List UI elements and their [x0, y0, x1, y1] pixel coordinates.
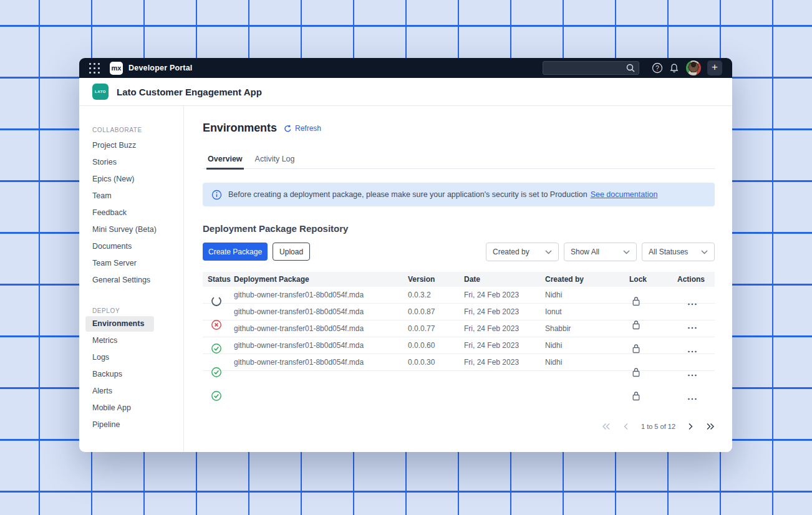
product-name: Developer Portal [128, 64, 193, 72]
app-icon[interactable]: LATO [92, 84, 109, 100]
filter-select-show-all[interactable]: Show All [564, 243, 637, 261]
cell-version: 0.0.0.30 [408, 358, 464, 367]
tab-overview[interactable]: Overview [208, 155, 243, 169]
lock-icon [632, 344, 640, 354]
status-indicator [211, 390, 222, 404]
sidebar-item-logs[interactable]: Logs [85, 349, 177, 366]
avatar[interactable] [686, 60, 701, 75]
select-value: Show All [571, 248, 599, 256]
sidebar-item-team-server[interactable]: Team Server [85, 255, 177, 272]
sidebar-item-stories[interactable]: Stories [85, 154, 177, 171]
column-header-version: Version [408, 275, 464, 284]
create-package-button[interactable]: Create Package [203, 243, 268, 261]
banner-doc-link[interactable]: See documentation [591, 190, 658, 199]
topbar: mx Developer Portal ? + [79, 58, 732, 78]
actions-menu-icon [688, 374, 697, 377]
mendix-logo[interactable]: mx [110, 62, 123, 75]
upload-button[interactable]: Upload [273, 243, 310, 261]
help-icon: ? [652, 62, 663, 74]
app-header: LATO Lato Customer Engagement App [79, 78, 732, 106]
refresh-icon [284, 125, 292, 133]
actions-menu-button[interactable] [688, 297, 697, 308]
cell-created-by: Nidhi [545, 341, 629, 350]
column-header-date: Date [464, 275, 545, 284]
first-page-button[interactable] [602, 423, 611, 430]
cell-created-by: Nidhi [545, 358, 629, 367]
lock-button[interactable] [632, 391, 640, 403]
pagination: 1 to 5 of 12 [602, 420, 715, 433]
sidebar-item-project-buzz[interactable]: Project Buzz [85, 137, 177, 154]
lock-button[interactable] [632, 367, 640, 380]
app-icon-label: LATO [95, 90, 106, 94]
app-launcher-icon[interactable] [89, 63, 100, 74]
chevron-down-icon [545, 250, 552, 254]
lock-icon [632, 320, 640, 330]
cell-version: 0.0.3.2 [408, 291, 464, 299]
pagination-label: 1 to 5 of 12 [641, 423, 675, 430]
filter-select-created-by[interactable]: Created by [486, 243, 559, 261]
actions-menu-button[interactable] [688, 344, 697, 355]
app-window: mx Developer Portal ? + LATO Lato Custom… [79, 58, 732, 452]
chevron-down-icon [623, 250, 630, 254]
svg-text:?: ? [655, 64, 659, 72]
sidebar: COLLABORATEProject BuzzStoriesEpics (New… [79, 106, 184, 452]
tab-bar: OverviewActivity Log [203, 155, 715, 169]
section-title: Deployment Package Repository [203, 223, 348, 234]
cell-package: github-owner-transfer01-8b0d054f.mda [234, 324, 408, 333]
cell-package: github-owner-transfer01-8b0d054f.mda [234, 291, 408, 299]
sidebar-item-documents[interactable]: Documents [85, 238, 177, 255]
sidebar-item-team[interactable]: Team [85, 188, 177, 205]
lock-icon [632, 367, 640, 377]
refresh-button[interactable]: Refresh [284, 124, 321, 133]
filters: Created byShow AllAll Statuses [486, 243, 715, 261]
lock-icon [632, 296, 640, 306]
notifications-button[interactable] [669, 63, 679, 74]
cell-date: Fri, 24 Feb 2023 [464, 324, 545, 333]
sidebar-item-environments[interactable]: Environments [85, 316, 154, 332]
chevron-down-icon [701, 250, 708, 254]
lock-button[interactable] [632, 344, 640, 356]
actions-menu-button[interactable] [688, 392, 697, 403]
add-app-button[interactable]: + [707, 60, 722, 75]
sidebar-item-alerts[interactable]: Alerts [85, 383, 177, 400]
filter-select-all-statuses[interactable]: All Statuses [642, 243, 715, 261]
tab-activity-log[interactable]: Activity Log [255, 155, 295, 169]
actions-menu-icon [688, 303, 697, 306]
banner-text: Before creating a deployment package, pl… [228, 190, 587, 199]
lock-button[interactable] [632, 320, 640, 332]
next-page-button[interactable] [688, 423, 694, 430]
sidebar-item-feedback[interactable]: Feedback [85, 205, 177, 221]
cell-date: Fri, 24 Feb 2023 [464, 307, 545, 316]
actions-menu-button[interactable] [688, 368, 697, 379]
sidebar-item-metrics[interactable]: Metrics [85, 332, 177, 349]
bell-icon [669, 63, 679, 74]
cell-date: Fri, 24 Feb 2023 [464, 341, 545, 350]
main-content: Environments Refresh OverviewActivity Lo… [184, 106, 732, 452]
sidebar-item-epics-new[interactable]: Epics (New) [85, 171, 177, 188]
app-title: Lato Customer Engagement App [117, 87, 262, 97]
sidebar-section-label: COLLABORATE [79, 126, 183, 135]
select-value: All Statuses [649, 248, 688, 256]
table-header: StatusDeployment PackageVersionDateCreat… [203, 272, 715, 287]
prev-page-button[interactable] [623, 423, 629, 430]
search-input[interactable] [543, 61, 639, 75]
cell-created-by: Nidhi [545, 291, 629, 299]
actions-menu-icon [688, 398, 697, 400]
actions-menu-button[interactable] [688, 320, 697, 332]
select-value: Created by [493, 248, 529, 256]
help-button[interactable]: ? [652, 62, 663, 74]
lock-icon [632, 391, 640, 401]
last-page-button[interactable] [706, 423, 715, 430]
sidebar-item-mini-survey-beta[interactable]: Mini Survey (Beta) [85, 221, 177, 238]
sidebar-item-mobile-app[interactable]: Mobile App [85, 400, 177, 416]
cell-version: 0.0.0.60 [408, 341, 464, 350]
search-icon [626, 63, 636, 73]
sidebar-item-backups[interactable]: Backups [85, 366, 177, 383]
page-title: Environments [203, 122, 277, 135]
actions-menu-icon [688, 350, 697, 353]
column-header-status: Status [203, 275, 234, 284]
sidebar-item-general-settings[interactable]: General Settings [85, 272, 177, 289]
packages-table: StatusDeployment PackageVersionDateCreat… [203, 272, 715, 371]
sidebar-item-pipeline[interactable]: Pipeline [85, 416, 177, 433]
lock-button[interactable] [632, 296, 640, 309]
